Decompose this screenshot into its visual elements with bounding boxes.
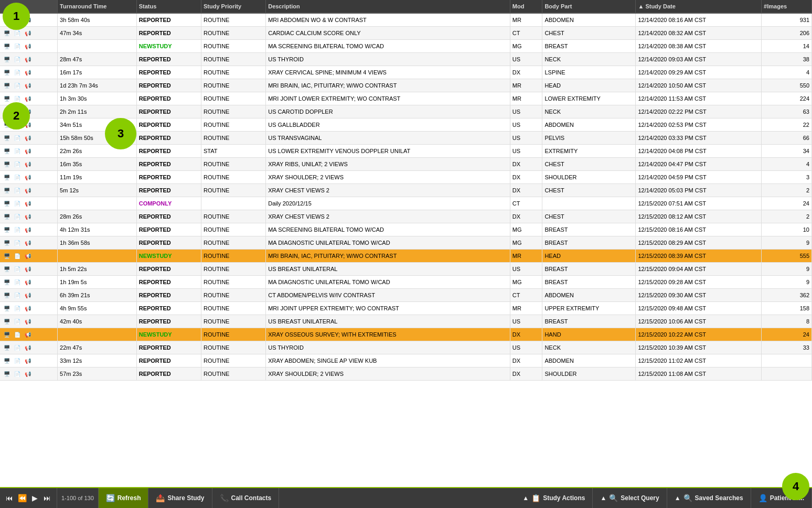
table-row[interactable]: 🖥️ 📄 📢 5m 12sREPORTEDROUTINEXRAY CHEST V… — [0, 184, 812, 197]
table-row[interactable]: 🖥️ 📄 📢 6h 39m 21sREPORTEDROUTINECT ABDOM… — [0, 289, 812, 302]
nav-prev-button[interactable]: ⏪ — [17, 493, 27, 503]
doc-button[interactable]: 📄 — [13, 186, 22, 194]
view-button[interactable]: 🖥️ — [2, 239, 12, 247]
doc-button[interactable]: 📄 — [13, 173, 22, 181]
doc-button[interactable]: 📄 — [13, 68, 22, 77]
col-header-status[interactable]: Status — [136, 0, 201, 13]
view-button[interactable]: 🖥️ — [2, 68, 12, 77]
table-row[interactable]: 🖥️ 📄 📢 NEWSTUDYROUTINEMA SCREENING BILAT… — [0, 40, 812, 53]
table-row[interactable]: 🖥️ 📄 📢 57m 23sREPORTEDROUTINEXRAY SHOULD… — [0, 368, 812, 381]
doc-button[interactable]: 📄 — [13, 330, 22, 339]
study-actions-button[interactable]: ▲ 📋 Study Actions — [515, 488, 593, 508]
doc-button[interactable]: 📄 — [13, 212, 22, 221]
notify-button[interactable]: 📢 — [23, 68, 33, 77]
view-button[interactable]: 🖥️ — [2, 29, 12, 37]
view-button[interactable]: 🖥️ — [2, 173, 12, 181]
col-header-mod[interactable]: Mod — [510, 0, 542, 13]
notify-button[interactable]: 📢 — [23, 55, 33, 63]
doc-button[interactable]: 📄 — [13, 343, 22, 352]
table-row[interactable]: 🖥️ 📄 📢 28m 47sREPORTEDROUTINEUS THYROIDU… — [0, 53, 812, 66]
view-button[interactable]: 🖥️ — [2, 160, 12, 168]
view-button[interactable]: 🖥️ — [2, 356, 12, 365]
doc-button[interactable]: 📄 — [13, 55, 22, 63]
table-row[interactable]: 🖥️ 📄 📢 NEWSTUDYROUTINEXRAY OSSEOUS SURVE… — [0, 328, 812, 341]
table-row[interactable]: 🖥️ 📄 📢 NEWSTUDYROUTINEMRI BRAIN, IAC, PI… — [0, 250, 812, 263]
nav-next-button[interactable]: ▶ — [29, 493, 40, 503]
view-button[interactable]: 🖥️ — [2, 42, 12, 50]
notify-button[interactable]: 📢 — [23, 173, 33, 181]
refresh-button[interactable]: 🔄 Refresh — [99, 488, 149, 508]
saved-searches-button[interactable]: ▲ 🔍 Saved Searches — [667, 488, 751, 508]
notify-button[interactable]: 📢 — [23, 199, 33, 208]
notify-button[interactable]: 📢 — [23, 81, 33, 90]
table-row[interactable]: 🖥️ 📄 📢 33m 12sREPORTEDROUTINEXRAY ABDOME… — [0, 354, 812, 368]
doc-button[interactable]: 📄 — [13, 317, 22, 326]
call-contacts-button[interactable]: 📞 Call Contacts — [212, 488, 280, 508]
notify-button[interactable]: 📢 — [23, 330, 33, 339]
doc-button[interactable]: 📄 — [13, 81, 22, 90]
view-button[interactable]: 🖥️ — [2, 186, 12, 194]
doc-button[interactable]: 📄 — [13, 304, 22, 312]
notify-button[interactable]: 📢 — [23, 317, 33, 326]
table-row[interactable]: 🖥️ 📄 📢 22m 47sREPORTEDROUTINEUS THYROIDU… — [0, 341, 812, 354]
table-row[interactable]: 🖥️ 📄 📢 1h 19m 5sREPORTEDROUTINEMA DIAGNO… — [0, 276, 812, 289]
view-button[interactable]: 🖥️ — [2, 81, 12, 90]
view-button[interactable]: 🖥️ — [2, 147, 12, 155]
table-row[interactable]: 🖥️ 📄 📢 3h 58m 40sREPORTEDROUTINEMRI ABDO… — [0, 13, 812, 27]
notify-button[interactable]: 📢 — [23, 370, 33, 378]
nav-prev-prev-button[interactable]: ⏮ — [4, 493, 15, 503]
table-row[interactable]: 🖥️ 📄 📢 4h 9m 55sREPORTEDROUTINEMRI JOINT… — [0, 302, 812, 315]
notify-button[interactable]: 📢 — [23, 291, 33, 299]
view-button[interactable]: 🖥️ — [2, 134, 12, 142]
doc-button[interactable]: 📄 — [13, 199, 22, 208]
table-row[interactable]: 🖥️ 📄 📢 4h 12m 31sREPORTEDROUTINEMA SCREE… — [0, 223, 812, 236]
notify-button[interactable]: 📢 — [23, 212, 33, 221]
table-row[interactable]: 🖥️ 📄 📢 42m 40sREPORTEDROUTINEUS BREAST U… — [0, 315, 812, 328]
notify-button[interactable]: 📢 — [23, 252, 33, 260]
view-button[interactable]: 🖥️ — [2, 343, 12, 352]
table-row[interactable]: 🖥️ 📄 📢 16m 17sREPORTEDROUTINEXRAY CERVIC… — [0, 66, 812, 79]
col-header-images[interactable]: #Images — [762, 0, 812, 13]
notify-button[interactable]: 📢 — [23, 186, 33, 194]
notify-button[interactable]: 📢 — [23, 94, 33, 103]
doc-button[interactable]: 📄 — [13, 291, 22, 299]
table-row[interactable]: 🖥️ 📄 📢 28m 26sREPORTEDROUTINEXRAY CHEST … — [0, 210, 812, 223]
nav-next-next-button[interactable]: ⏭ — [42, 493, 52, 503]
view-button[interactable]: 🖥️ — [2, 330, 12, 339]
table-row[interactable]: 🖥️ 📄 📢 1h 36m 58sREPORTEDROUTINEMA DIAGN… — [0, 236, 812, 250]
view-button[interactable]: 🖥️ — [2, 225, 12, 234]
notify-button[interactable]: 📢 — [23, 29, 33, 37]
doc-button[interactable]: 📄 — [13, 225, 22, 234]
view-button[interactable]: 🖥️ — [2, 304, 12, 312]
col-header-description[interactable]: Description — [266, 0, 510, 13]
notify-button[interactable]: 📢 — [23, 225, 33, 234]
doc-button[interactable]: 📄 — [13, 42, 22, 50]
table-row[interactable]: 🖥️ 📄 📢 2h 2m 11sREPORTEDROUTINEUS CAROTI… — [0, 105, 812, 118]
view-button[interactable]: 🖥️ — [2, 317, 12, 326]
view-button[interactable]: 🖥️ — [2, 199, 12, 208]
view-button[interactable]: 🖥️ — [2, 94, 12, 103]
view-button[interactable]: 🖥️ — [2, 55, 12, 63]
notify-button[interactable]: 📢 — [23, 304, 33, 312]
notify-button[interactable]: 📢 — [23, 343, 33, 352]
view-button[interactable]: 🖥️ — [2, 212, 12, 221]
table-row[interactable]: 🖥️ 📄 📢 47m 34sREPORTEDROUTINECARDIAC CAL… — [0, 27, 812, 40]
table-row[interactable]: 🖥️ 📄 📢 COMPONLYDaily 2020/12/15CT12/15/2… — [0, 197, 812, 210]
col-header-bodypart[interactable]: Body Part — [542, 0, 636, 13]
col-header-studydate[interactable]: ▲ Study Date — [636, 0, 762, 13]
table-row[interactable]: 🖥️ 📄 📢 1h 5m 22sREPORTEDROUTINEUS BREAST… — [0, 263, 812, 276]
notify-button[interactable]: 📢 — [23, 160, 33, 168]
doc-button[interactable]: 📄 — [13, 278, 22, 286]
view-button[interactable]: 🖥️ — [2, 291, 12, 299]
doc-button[interactable]: 📄 — [13, 94, 22, 103]
view-button[interactable]: 🖥️ — [2, 265, 12, 273]
table-row[interactable]: 🖥️ 📄 📢 16m 35sREPORTEDROUTINEXRAY RIBS, … — [0, 158, 812, 171]
notify-button[interactable]: 📢 — [23, 134, 33, 142]
doc-button[interactable]: 📄 — [13, 29, 22, 37]
doc-button[interactable]: 📄 — [13, 239, 22, 247]
doc-button[interactable]: 📄 — [13, 134, 22, 142]
view-button[interactable]: 🖥️ — [2, 278, 12, 286]
table-row[interactable]: 🖥️ 📄 📢 1d 23h 7m 34sREPORTEDROUTINEMRI B… — [0, 79, 812, 92]
notify-button[interactable]: 📢 — [23, 239, 33, 247]
col-header-priority[interactable]: Study Priority — [201, 0, 265, 13]
